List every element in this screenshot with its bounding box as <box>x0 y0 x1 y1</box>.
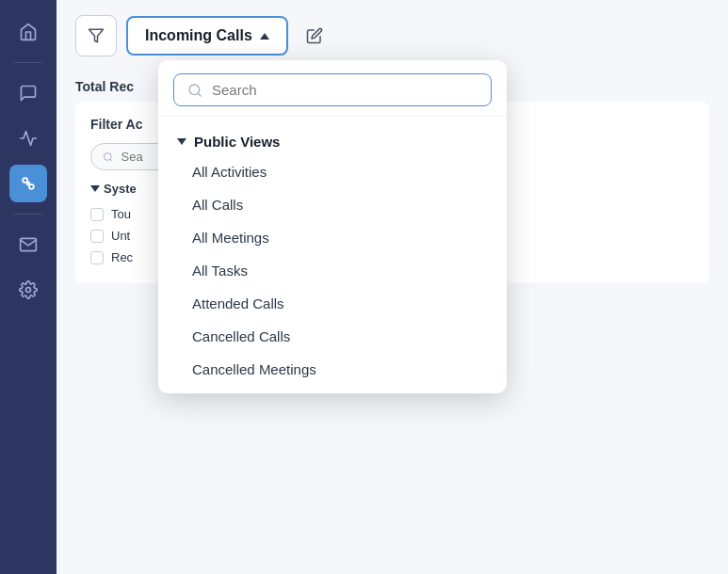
top-bar: Incoming Calls <box>57 0 728 72</box>
sidebar-icon-integrations[interactable] <box>9 165 47 202</box>
view-selector-label: Incoming Calls <box>145 27 252 44</box>
dropdown-search-input[interactable] <box>212 82 477 98</box>
system-chevron-icon <box>90 185 100 192</box>
svg-line-7 <box>110 159 112 161</box>
dropdown-list: Public Views All Activities All Calls Al… <box>158 117 507 393</box>
filter-search-icon <box>103 151 114 164</box>
svg-point-2 <box>26 288 31 293</box>
edit-icon <box>306 27 323 44</box>
dropdown-item-all-activities[interactable]: All Activities <box>158 155 507 188</box>
dropdown-item-cancelled-meetings[interactable]: Cancelled Meetings <box>158 353 507 386</box>
svg-line-5 <box>198 93 201 96</box>
dropdown-item-attended-calls[interactable]: Attended Calls <box>158 287 507 320</box>
filter-button[interactable] <box>75 15 117 56</box>
checkbox-label-2: Rec <box>111 250 133 264</box>
dropdown-item-all-tasks[interactable]: All Tasks <box>158 254 507 287</box>
main-content: Incoming Calls <box>57 0 728 574</box>
svg-point-6 <box>104 152 111 160</box>
checkbox-label-1: Unt <box>111 229 130 243</box>
sidebar-divider-2 <box>14 214 42 215</box>
section-chevron-icon <box>177 138 186 145</box>
sidebar-icon-settings[interactable] <box>9 271 47 309</box>
dropdown-item-all-meetings[interactable]: All Meetings <box>158 221 507 254</box>
app-container: Incoming Calls <box>0 0 728 574</box>
sidebar-icon-home[interactable] <box>9 13 47 51</box>
sidebar-icon-mail[interactable] <box>9 226 47 263</box>
sidebar-icon-analytics[interactable] <box>9 120 47 157</box>
dropdown-search-container <box>158 60 507 117</box>
checkbox-2[interactable] <box>90 251 104 264</box>
sidebar-icon-chat[interactable] <box>9 74 47 112</box>
checkbox-0[interactable] <box>90 208 104 221</box>
checkbox-1[interactable] <box>90 230 104 243</box>
sidebar <box>0 0 57 574</box>
section-header-label: Public Views <box>194 134 280 150</box>
view-selector-button[interactable]: Incoming Calls <box>126 16 288 56</box>
search-icon <box>187 83 202 98</box>
view-dropdown: Public Views All Activities All Calls Al… <box>158 60 507 393</box>
dropdown-section-header: Public Views <box>158 124 507 155</box>
edit-button[interactable] <box>298 19 332 53</box>
dropdown-item-all-calls[interactable]: All Calls <box>158 188 507 221</box>
filter-icon <box>88 27 105 44</box>
chevron-up-icon <box>260 33 269 40</box>
svg-marker-3 <box>89 29 104 42</box>
dropdown-item-cancelled-calls[interactable]: Cancelled Calls <box>158 320 507 353</box>
dropdown-search-inner <box>173 73 492 106</box>
checkbox-label-0: Tou <box>111 207 131 221</box>
sidebar-divider-1 <box>14 62 42 63</box>
